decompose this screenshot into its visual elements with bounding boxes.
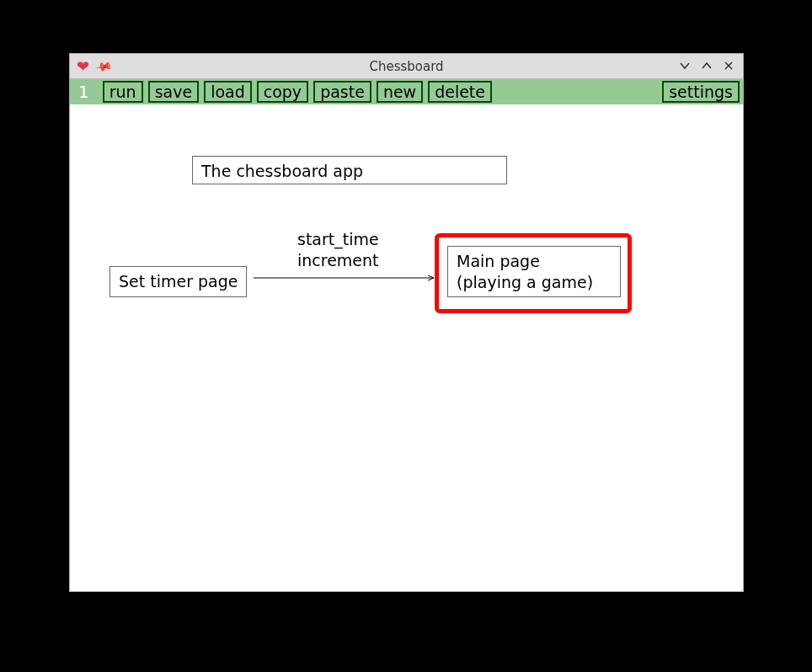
new-button[interactable]: new [377,81,423,104]
save-button[interactable]: save [148,81,199,104]
edge-label-line2: increment [297,250,379,271]
minimize-button[interactable] [677,59,692,74]
edge-label-line1: start_time [297,229,379,250]
paste-button[interactable]: paste [313,81,371,104]
main-node-line1: Main page [457,251,612,272]
main-node[interactable]: Main page (playing a game) [447,246,621,297]
main-node-selected[interactable]: Main page (playing a game) [435,233,632,313]
diagram-canvas[interactable]: The chessboard app Set timer page start_… [70,104,743,591]
timer-node-text: Set timer page [119,272,238,291]
close-button[interactable] [721,59,736,74]
titlebar: ❤ 📌 Chessboard [70,54,743,79]
window-title: Chessboard [70,59,743,74]
copy-button[interactable]: copy [257,81,308,104]
heart-icon[interactable]: ❤ [77,59,89,74]
maximize-button[interactable] [699,59,714,74]
edge-label: start_time increment [297,229,379,270]
app-window: ❤ 📌 Chessboard 1 run save load copy past… [69,53,744,592]
load-button[interactable]: load [204,81,252,104]
timer-node[interactable]: Set timer page [110,266,247,297]
title-node[interactable]: The chessboard app [192,156,507,184]
main-node-line2: (playing a game) [457,272,612,293]
delete-button[interactable]: delete [428,81,492,104]
toolbar: 1 run save load copy paste new delete se… [70,79,743,104]
title-node-text: The chessboard app [201,162,363,180]
run-button[interactable]: run [103,81,143,104]
settings-button[interactable]: settings [662,81,740,104]
page-number: 1 [73,82,98,102]
pin-icon[interactable]: 📌 [94,57,113,75]
